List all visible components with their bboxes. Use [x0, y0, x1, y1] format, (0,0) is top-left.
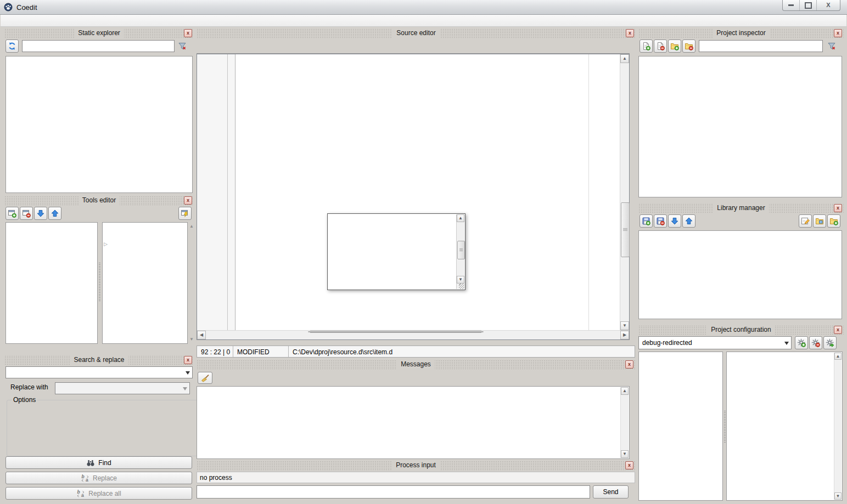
scroll-up-icon[interactable]: ▲: [834, 353, 842, 360]
inspector-filter-input[interactable]: [699, 40, 823, 52]
minimize-button[interactable]: [783, 0, 799, 10]
arrow-down-icon: [670, 217, 679, 225]
config-grid-scrollbar[interactable]: ▲ ▼: [834, 353, 842, 500]
send-button[interactable]: Send: [593, 485, 629, 499]
close-panel-icon[interactable]: x: [625, 461, 633, 469]
configuration-grid: ▲ ▼: [726, 352, 843, 501]
search-replace-header[interactable]: Search & replace x: [4, 355, 194, 365]
scroll-right-icon[interactable]: ▶: [620, 331, 629, 339]
arrow-up-icon: [51, 209, 59, 218]
add-source-button[interactable]: [640, 39, 653, 53]
refresh-button[interactable]: [5, 39, 19, 53]
titlebar[interactable]: Coedit: [0, 0, 847, 15]
static-explorer-header[interactable]: Static explorer x: [4, 29, 194, 38]
grid-scroll-down-icon[interactable]: ▼: [189, 337, 194, 342]
menu-bar: [1, 15, 846, 27]
run-window-icon: [181, 209, 189, 218]
messages-list[interactable]: ▲ ▼: [197, 386, 630, 459]
panel-title: Static explorer: [74, 29, 124, 38]
replace-all-icon: ba: [76, 489, 85, 498]
messages-scrollbar[interactable]: ▲ ▼: [620, 387, 629, 458]
remove-source-button[interactable]: [654, 39, 667, 53]
move-tool-up-button[interactable]: [48, 207, 61, 220]
messages-header[interactable]: Messages x: [197, 360, 635, 369]
library-from-folder-button[interactable]: [827, 214, 840, 228]
search-term-combo[interactable]: [5, 366, 193, 378]
close-panel-icon[interactable]: x: [834, 29, 842, 37]
replace-button[interactable]: ba Replace: [5, 472, 192, 484]
config-splitter[interactable]: [724, 411, 726, 444]
remove-folder-button[interactable]: [682, 39, 695, 53]
configuration-combo[interactable]: debug-redirected: [638, 336, 792, 349]
close-panel-icon[interactable]: x: [184, 29, 192, 37]
clear-inspector-filter-button[interactable]: [825, 39, 838, 53]
add-tool-button[interactable]: [5, 207, 19, 220]
process-input-header[interactable]: Process input x: [197, 461, 635, 470]
remove-folder-icon: [685, 42, 693, 50]
tools-splitter[interactable]: [99, 263, 100, 301]
scroll-up-icon[interactable]: ▲: [457, 214, 464, 222]
svg-text:b: b: [81, 474, 84, 479]
run-configuration-button[interactable]: [823, 336, 837, 349]
row-expander-icon[interactable]: ▷: [104, 242, 108, 246]
scroll-up-icon[interactable]: ▲: [621, 387, 629, 395]
replace-term-combo[interactable]: [55, 382, 190, 394]
replace-all-button[interactable]: ba Replace all: [5, 487, 192, 500]
scroll-up-icon[interactable]: ▲: [620, 54, 629, 63]
grid-scroll-up-icon[interactable]: ▲: [189, 224, 194, 229]
resize-grip[interactable]: [459, 284, 464, 289]
completion-scrollbar[interactable]: ▲ ▼: [456, 214, 464, 289]
add-gear-icon: [797, 338, 806, 347]
close-panel-icon[interactable]: x: [625, 360, 633, 369]
symbol-filter-input[interactable]: [22, 40, 175, 52]
close-panel-icon[interactable]: x: [626, 29, 634, 37]
scroll-down-icon[interactable]: ▼: [620, 321, 629, 330]
scroll-down-icon[interactable]: ▼: [621, 450, 629, 458]
source-editor-header[interactable]: Source editor x: [197, 29, 636, 38]
library-from-dub-button[interactable]: [813, 214, 826, 228]
editor-gutter[interactable]: [197, 54, 235, 330]
clear-messages-button[interactable]: [198, 372, 212, 384]
add-folder-button[interactable]: [668, 39, 681, 53]
maximize-button[interactable]: [799, 0, 816, 10]
clear-filter-button[interactable]: [176, 39, 189, 53]
process-input-field[interactable]: [197, 485, 590, 499]
source-editor[interactable]: ▲ ▼ ◀ ▶ ▲ ▼: [197, 54, 630, 340]
close-panel-icon[interactable]: x: [184, 196, 192, 205]
panel-title: Source editor: [392, 29, 439, 38]
move-library-down-button[interactable]: [668, 214, 681, 228]
remove-tool-button[interactable]: [20, 207, 33, 220]
move-tool-down-button[interactable]: [34, 207, 47, 220]
add-library-button[interactable]: [640, 214, 653, 228]
scroll-down-icon[interactable]: ▼: [834, 492, 842, 500]
chevron-down-icon: [784, 342, 789, 347]
completion-scroll-thumb[interactable]: [457, 241, 465, 259]
hscroll-thumb[interactable]: [308, 331, 484, 332]
workspace: Static explorer x Tools editor x ▷ ▲ ▼ S…: [0, 27, 847, 504]
project-inspector-header[interactable]: Project inspector x: [638, 29, 844, 38]
project-configuration-header[interactable]: Project configuration x: [638, 325, 844, 335]
close-button[interactable]: X: [816, 0, 840, 10]
close-panel-icon[interactable]: x: [184, 356, 192, 364]
editor-hscrollbar[interactable]: ◀ ▶: [197, 330, 629, 339]
window-title: Coedit: [16, 3, 37, 12]
close-panel-icon[interactable]: x: [834, 204, 842, 212]
run-tool-button[interactable]: [178, 207, 192, 220]
symbol-tree: [5, 56, 193, 193]
editor-vscrollbar[interactable]: ▲ ▼: [620, 54, 629, 330]
remove-configuration-button[interactable]: [809, 336, 822, 349]
move-library-up-button[interactable]: [682, 214, 695, 228]
find-button[interactable]: Find: [5, 456, 192, 469]
edit-library-button[interactable]: [799, 214, 812, 228]
remove-gear-icon: [811, 338, 820, 347]
vscroll-thumb[interactable]: [621, 202, 630, 257]
configuration-value: debug-redirected: [642, 339, 692, 347]
tools-editor-header[interactable]: Tools editor x: [4, 196, 194, 205]
scroll-left-icon[interactable]: ◀: [197, 331, 206, 339]
add-configuration-button[interactable]: [795, 336, 808, 349]
remove-library-button[interactable]: [654, 214, 667, 228]
binoculars-icon: [86, 458, 95, 467]
scroll-down-icon[interactable]: ▼: [457, 276, 464, 284]
close-panel-icon[interactable]: x: [834, 326, 842, 334]
library-manager-header[interactable]: Library manager x: [638, 203, 844, 213]
